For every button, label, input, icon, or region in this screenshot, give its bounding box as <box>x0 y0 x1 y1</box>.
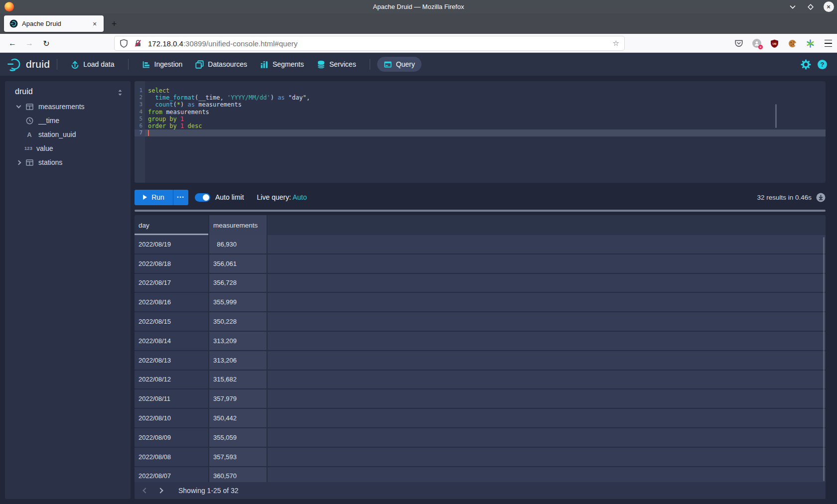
table-row[interactable]: 2022/08/10350,442 <box>135 409 826 428</box>
next-page-icon[interactable] <box>157 488 163 493</box>
menu-hamburger-icon[interactable] <box>824 39 833 48</box>
url-text[interactable]: 172.18.0.4:30899/unified-console.html#qu… <box>148 39 297 48</box>
table-row[interactable]: 2022/08/16355,999 <box>135 293 826 312</box>
insecure-lock-icon[interactable] <box>134 39 142 47</box>
window-maximize-icon[interactable] <box>805 1 816 12</box>
tree-item-measurements[interactable]: measurements <box>5 100 131 114</box>
table-row[interactable]: 2022/08/11357,979 <box>135 389 826 409</box>
table-row[interactable]: 2022/08/14313,209 <box>135 332 826 351</box>
back-button[interactable]: ← <box>6 37 19 49</box>
new-tab-button[interactable]: + <box>108 17 121 30</box>
cell-day[interactable]: 2022/08/16 <box>135 293 209 312</box>
code-line[interactable]: time_format(__time, 'YYYY/MM/dd') as "da… <box>148 94 826 101</box>
auto-limit-toggle[interactable] <box>195 193 210 202</box>
live-query-value[interactable]: Auto <box>292 193 307 201</box>
row-filler <box>268 428 826 448</box>
shield-icon[interactable] <box>120 39 128 48</box>
code-token: count <box>155 101 173 108</box>
pocket-icon[interactable] <box>734 39 743 48</box>
table-row[interactable]: 2022/08/09355,059 <box>135 428 826 448</box>
cell-day[interactable]: 2022/08/11 <box>135 389 209 409</box>
extension-disabled-icon[interactable]: × <box>752 39 761 48</box>
tree-item-time[interactable]: __time <box>5 114 131 127</box>
asterisk-extension-icon[interactable] <box>806 39 815 48</box>
tree-item-value[interactable]: 123 value <box>5 141 131 155</box>
nav-item-datasources[interactable]: Datasources <box>189 57 254 72</box>
chevron-right-icon[interactable] <box>16 160 21 165</box>
cell-measurements[interactable]: 315,682 <box>209 371 268 390</box>
table-row[interactable]: 2022/08/13313,206 <box>135 351 826 371</box>
table-row[interactable]: 2022/08/18356,061 <box>135 254 826 274</box>
nav-item-ingestion[interactable]: Ingestion <box>136 57 189 72</box>
cell-day[interactable]: 2022/08/12 <box>135 371 209 390</box>
table-row[interactable]: 2022/08/12315,682 <box>135 371 826 390</box>
code-line[interactable]: order by 1 desc <box>148 123 826 129</box>
cookie-extension-icon[interactable] <box>788 39 797 48</box>
code-line[interactable]: from measurements <box>148 109 826 116</box>
ublock-origin-icon[interactable]: U0 <box>770 39 779 48</box>
previous-page-icon[interactable] <box>142 488 148 493</box>
schema-title[interactable]: druid <box>15 87 33 96</box>
browser-tab[interactable]: Apache Druid × <box>4 15 104 32</box>
settings-gear-icon[interactable] <box>801 59 811 70</box>
run-more-button[interactable]: ••• <box>173 190 188 205</box>
table-row[interactable]: 2022/08/17356,728 <box>135 274 826 293</box>
cell-measurements[interactable]: 350,228 <box>209 312 268 332</box>
cell-measurements[interactable]: 350,442 <box>209 409 268 428</box>
cell-day[interactable]: 2022/08/15 <box>135 312 209 332</box>
cell-day[interactable]: 2022/08/18 <box>135 254 209 274</box>
sql-editor[interactable]: 1234567 select time_format(__time, 'YYYY… <box>135 81 826 183</box>
nav-item-segments[interactable]: Segments <box>254 57 310 72</box>
resize-splitter-handle[interactable] <box>135 210 826 212</box>
code-line[interactable]: group by 1 <box>148 116 826 123</box>
code-token: group by <box>148 116 177 123</box>
column-header-measurements[interactable]: measurements <box>209 215 268 235</box>
window-close-icon[interactable]: × <box>823 1 834 12</box>
cell-measurements[interactable]: 356,728 <box>209 274 268 293</box>
reload-button[interactable]: ↻ <box>40 37 53 49</box>
nav-item-query[interactable]: Query <box>377 57 421 72</box>
tree-item-stations[interactable]: stations <box>5 155 131 169</box>
table-row[interactable]: 2022/08/08357,593 <box>135 448 826 467</box>
cell-measurements[interactable]: 357,593 <box>209 448 268 467</box>
url-bar[interactable]: 172.18.0.4:30899/unified-console.html#qu… <box>115 36 624 50</box>
table-row[interactable]: 2022/08/15350,228 <box>135 312 826 332</box>
cell-day[interactable]: 2022/08/10 <box>135 409 209 428</box>
cell-measurements[interactable]: 357,979 <box>209 389 268 409</box>
cell-measurements[interactable]: 356,061 <box>209 254 268 274</box>
sort-double-caret-icon[interactable] <box>118 89 123 96</box>
download-icon[interactable] <box>816 193 826 202</box>
code-token: "day" <box>288 94 306 101</box>
table-row[interactable]: 2022/08/1986,930 <box>135 235 826 254</box>
code-line[interactable]: count(*) as measurements <box>148 101 826 108</box>
nav-item-services[interactable]: Services <box>310 57 363 72</box>
code-line[interactable] <box>148 129 826 136</box>
cell-day[interactable]: 2022/08/14 <box>135 332 209 351</box>
code-line[interactable]: select <box>148 87 826 94</box>
cell-measurements[interactable]: 355,999 <box>209 293 268 312</box>
window-minimize-icon[interactable] <box>787 1 798 12</box>
nav-item-load-data[interactable]: Load data <box>64 57 121 72</box>
cell-measurements[interactable]: 86,930 <box>209 235 268 254</box>
cell-measurements[interactable]: 313,209 <box>209 332 268 351</box>
cell-day[interactable]: 2022/08/08 <box>135 448 209 467</box>
tab-close-icon[interactable]: × <box>90 20 100 28</box>
cell-day[interactable]: 2022/08/09 <box>135 428 209 448</box>
help-icon[interactable]: ? <box>818 60 827 69</box>
code-token <box>184 123 187 129</box>
column-header-day[interactable]: day <box>135 215 209 235</box>
table-scrollbar-thumb[interactable] <box>823 237 825 481</box>
chevron-down-icon[interactable] <box>16 104 21 109</box>
druid-brand[interactable]: druid <box>7 57 50 72</box>
cell-day[interactable]: 2022/08/17 <box>135 274 209 293</box>
bookmark-star-icon[interactable]: ☆ <box>613 39 619 48</box>
cell-day[interactable]: 2022/08/13 <box>135 351 209 371</box>
cell-measurements[interactable]: 313,206 <box>209 351 268 371</box>
cell-day[interactable]: 2022/08/19 <box>135 235 209 254</box>
row-filler <box>268 409 826 428</box>
tree-item-station-uuid[interactable]: A station_uuid <box>5 127 131 141</box>
editor-code-area[interactable]: select time_format(__time, 'YYYY/MM/dd')… <box>145 81 826 183</box>
run-button[interactable]: Run <box>135 190 173 205</box>
cell-measurements[interactable]: 355,059 <box>209 428 268 448</box>
forward-button[interactable]: → <box>23 37 36 49</box>
